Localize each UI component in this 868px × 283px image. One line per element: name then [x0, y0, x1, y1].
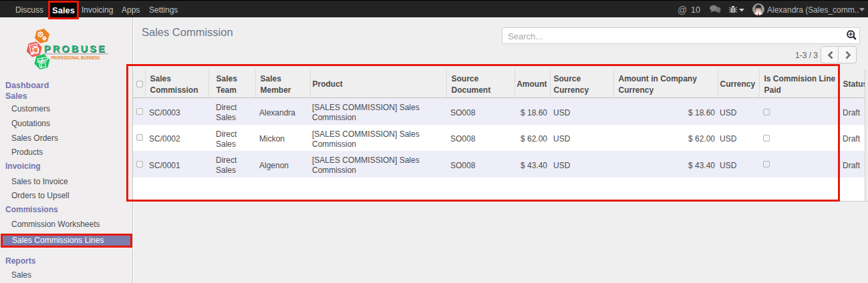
svg-text:PROFESSIONAL BUSINESS: PROFESSIONAL BUSINESS — [51, 55, 100, 61]
svg-text:PROBUSE: PROBUSE — [44, 43, 107, 54]
